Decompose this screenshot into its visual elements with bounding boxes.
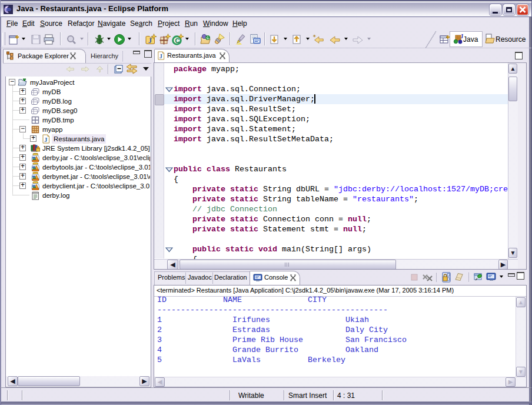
svg-text:C: C xyxy=(175,37,180,44)
svg-text:J: J xyxy=(159,53,162,59)
svg-text:J: J xyxy=(148,36,152,45)
svg-text:J: J xyxy=(44,136,48,143)
